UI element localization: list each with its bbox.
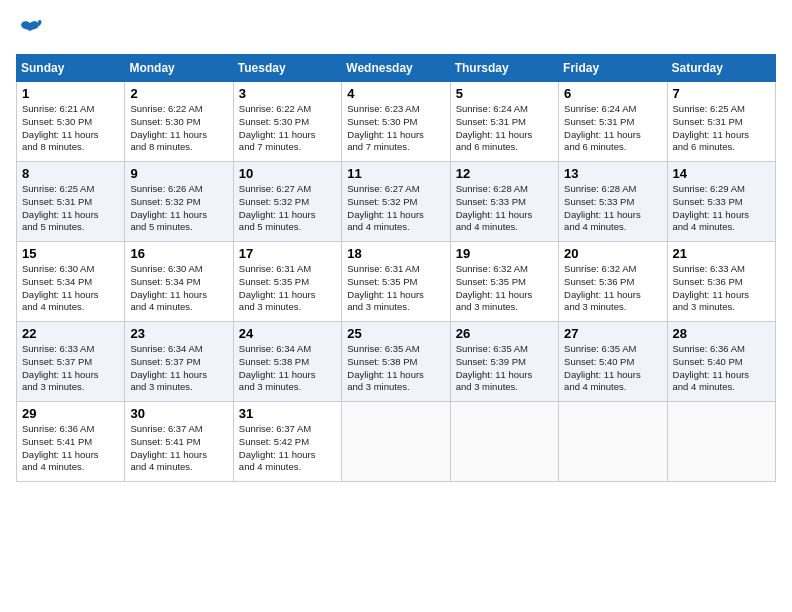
day-number: 9 (130, 166, 227, 181)
cell-info: Sunrise: 6:23 AM Sunset: 5:30 PM Dayligh… (347, 103, 444, 154)
calendar-cell: 13Sunrise: 6:28 AM Sunset: 5:33 PM Dayli… (559, 162, 667, 242)
day-number: 18 (347, 246, 444, 261)
day-number: 23 (130, 326, 227, 341)
day-number: 4 (347, 86, 444, 101)
day-number: 25 (347, 326, 444, 341)
calendar-cell (559, 402, 667, 482)
cell-info: Sunrise: 6:21 AM Sunset: 5:30 PM Dayligh… (22, 103, 119, 154)
calendar-cell: 30Sunrise: 6:37 AM Sunset: 5:41 PM Dayli… (125, 402, 233, 482)
cell-info: Sunrise: 6:29 AM Sunset: 5:33 PM Dayligh… (673, 183, 770, 234)
cell-info: Sunrise: 6:35 AM Sunset: 5:39 PM Dayligh… (456, 343, 553, 394)
cell-info: Sunrise: 6:30 AM Sunset: 5:34 PM Dayligh… (130, 263, 227, 314)
calendar-cell: 14Sunrise: 6:29 AM Sunset: 5:33 PM Dayli… (667, 162, 775, 242)
calendar-cell: 23Sunrise: 6:34 AM Sunset: 5:37 PM Dayli… (125, 322, 233, 402)
calendar-cell: 24Sunrise: 6:34 AM Sunset: 5:38 PM Dayli… (233, 322, 341, 402)
cell-info: Sunrise: 6:28 AM Sunset: 5:33 PM Dayligh… (564, 183, 661, 234)
cell-info: Sunrise: 6:37 AM Sunset: 5:42 PM Dayligh… (239, 423, 336, 474)
calendar-week-3: 15Sunrise: 6:30 AM Sunset: 5:34 PM Dayli… (17, 242, 776, 322)
cell-info: Sunrise: 6:25 AM Sunset: 5:31 PM Dayligh… (22, 183, 119, 234)
cell-info: Sunrise: 6:27 AM Sunset: 5:32 PM Dayligh… (239, 183, 336, 234)
calendar-cell: 12Sunrise: 6:28 AM Sunset: 5:33 PM Dayli… (450, 162, 558, 242)
col-header-friday: Friday (559, 55, 667, 82)
calendar-week-1: 1Sunrise: 6:21 AM Sunset: 5:30 PM Daylig… (17, 82, 776, 162)
cell-info: Sunrise: 6:32 AM Sunset: 5:36 PM Dayligh… (564, 263, 661, 314)
col-header-thursday: Thursday (450, 55, 558, 82)
day-number: 22 (22, 326, 119, 341)
calendar-cell: 21Sunrise: 6:33 AM Sunset: 5:36 PM Dayli… (667, 242, 775, 322)
cell-info: Sunrise: 6:30 AM Sunset: 5:34 PM Dayligh… (22, 263, 119, 314)
col-header-tuesday: Tuesday (233, 55, 341, 82)
calendar-cell: 28Sunrise: 6:36 AM Sunset: 5:40 PM Dayli… (667, 322, 775, 402)
cell-info: Sunrise: 6:31 AM Sunset: 5:35 PM Dayligh… (347, 263, 444, 314)
calendar-cell: 31Sunrise: 6:37 AM Sunset: 5:42 PM Dayli… (233, 402, 341, 482)
cell-info: Sunrise: 6:35 AM Sunset: 5:38 PM Dayligh… (347, 343, 444, 394)
day-number: 12 (456, 166, 553, 181)
day-number: 14 (673, 166, 770, 181)
day-number: 15 (22, 246, 119, 261)
day-number: 17 (239, 246, 336, 261)
header (16, 16, 776, 44)
calendar-table: SundayMondayTuesdayWednesdayThursdayFrid… (16, 54, 776, 482)
day-number: 1 (22, 86, 119, 101)
col-header-saturday: Saturday (667, 55, 775, 82)
day-number: 2 (130, 86, 227, 101)
calendar-cell: 19Sunrise: 6:32 AM Sunset: 5:35 PM Dayli… (450, 242, 558, 322)
calendar-cell: 20Sunrise: 6:32 AM Sunset: 5:36 PM Dayli… (559, 242, 667, 322)
day-number: 21 (673, 246, 770, 261)
day-number: 8 (22, 166, 119, 181)
calendar-cell: 26Sunrise: 6:35 AM Sunset: 5:39 PM Dayli… (450, 322, 558, 402)
cell-info: Sunrise: 6:33 AM Sunset: 5:37 PM Dayligh… (22, 343, 119, 394)
cell-info: Sunrise: 6:35 AM Sunset: 5:40 PM Dayligh… (564, 343, 661, 394)
calendar-cell: 5Sunrise: 6:24 AM Sunset: 5:31 PM Daylig… (450, 82, 558, 162)
day-number: 27 (564, 326, 661, 341)
day-number: 28 (673, 326, 770, 341)
calendar-cell: 22Sunrise: 6:33 AM Sunset: 5:37 PM Dayli… (17, 322, 125, 402)
cell-info: Sunrise: 6:37 AM Sunset: 5:41 PM Dayligh… (130, 423, 227, 474)
calendar-cell (450, 402, 558, 482)
cell-info: Sunrise: 6:26 AM Sunset: 5:32 PM Dayligh… (130, 183, 227, 234)
day-number: 11 (347, 166, 444, 181)
calendar-cell: 3Sunrise: 6:22 AM Sunset: 5:30 PM Daylig… (233, 82, 341, 162)
day-number: 26 (456, 326, 553, 341)
calendar-cell: 25Sunrise: 6:35 AM Sunset: 5:38 PM Dayli… (342, 322, 450, 402)
logo-icon (16, 16, 44, 44)
calendar-week-5: 29Sunrise: 6:36 AM Sunset: 5:41 PM Dayli… (17, 402, 776, 482)
day-number: 29 (22, 406, 119, 421)
day-number: 20 (564, 246, 661, 261)
calendar-cell: 27Sunrise: 6:35 AM Sunset: 5:40 PM Dayli… (559, 322, 667, 402)
cell-info: Sunrise: 6:24 AM Sunset: 5:31 PM Dayligh… (564, 103, 661, 154)
calendar-cell: 29Sunrise: 6:36 AM Sunset: 5:41 PM Dayli… (17, 402, 125, 482)
cell-info: Sunrise: 6:24 AM Sunset: 5:31 PM Dayligh… (456, 103, 553, 154)
day-number: 3 (239, 86, 336, 101)
calendar-cell: 6Sunrise: 6:24 AM Sunset: 5:31 PM Daylig… (559, 82, 667, 162)
day-number: 19 (456, 246, 553, 261)
cell-info: Sunrise: 6:32 AM Sunset: 5:35 PM Dayligh… (456, 263, 553, 314)
cell-info: Sunrise: 6:36 AM Sunset: 5:41 PM Dayligh… (22, 423, 119, 474)
day-number: 13 (564, 166, 661, 181)
calendar-week-4: 22Sunrise: 6:33 AM Sunset: 5:37 PM Dayli… (17, 322, 776, 402)
day-number: 24 (239, 326, 336, 341)
calendar-cell: 17Sunrise: 6:31 AM Sunset: 5:35 PM Dayli… (233, 242, 341, 322)
cell-info: Sunrise: 6:22 AM Sunset: 5:30 PM Dayligh… (239, 103, 336, 154)
calendar-cell: 10Sunrise: 6:27 AM Sunset: 5:32 PM Dayli… (233, 162, 341, 242)
cell-info: Sunrise: 6:22 AM Sunset: 5:30 PM Dayligh… (130, 103, 227, 154)
calendar-cell: 9Sunrise: 6:26 AM Sunset: 5:32 PM Daylig… (125, 162, 233, 242)
calendar-cell: 2Sunrise: 6:22 AM Sunset: 5:30 PM Daylig… (125, 82, 233, 162)
calendar-cell (342, 402, 450, 482)
day-number: 16 (130, 246, 227, 261)
calendar-week-2: 8Sunrise: 6:25 AM Sunset: 5:31 PM Daylig… (17, 162, 776, 242)
calendar-header-row: SundayMondayTuesdayWednesdayThursdayFrid… (17, 55, 776, 82)
cell-info: Sunrise: 6:33 AM Sunset: 5:36 PM Dayligh… (673, 263, 770, 314)
cell-info: Sunrise: 6:27 AM Sunset: 5:32 PM Dayligh… (347, 183, 444, 234)
col-header-sunday: Sunday (17, 55, 125, 82)
calendar-cell (667, 402, 775, 482)
calendar-cell: 11Sunrise: 6:27 AM Sunset: 5:32 PM Dayli… (342, 162, 450, 242)
calendar-cell: 7Sunrise: 6:25 AM Sunset: 5:31 PM Daylig… (667, 82, 775, 162)
day-number: 7 (673, 86, 770, 101)
col-header-wednesday: Wednesday (342, 55, 450, 82)
day-number: 31 (239, 406, 336, 421)
calendar-cell: 1Sunrise: 6:21 AM Sunset: 5:30 PM Daylig… (17, 82, 125, 162)
calendar-cell: 15Sunrise: 6:30 AM Sunset: 5:34 PM Dayli… (17, 242, 125, 322)
logo (16, 16, 48, 44)
day-number: 5 (456, 86, 553, 101)
